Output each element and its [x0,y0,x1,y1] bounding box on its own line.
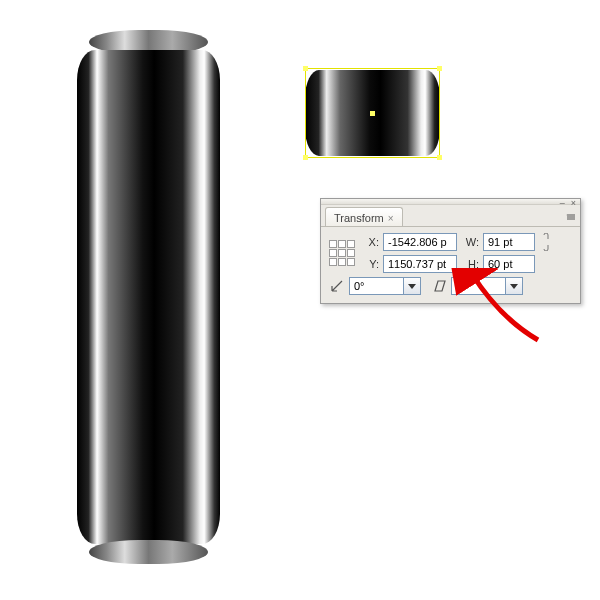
cylinder-cap-bottom [89,540,208,564]
y-label: Y: [361,258,379,270]
x-input[interactable]: -1542.806 p [383,233,457,251]
selection-handle-bottom-right[interactable] [437,155,442,160]
h-input[interactable]: 60 pt [483,255,535,273]
panel-flyout-menu-icon[interactable] [562,208,580,226]
tab-label: Transform [334,212,384,224]
tab-transform[interactable]: Transform × [325,207,403,226]
selection-center-point[interactable] [370,111,375,116]
reference-point-grid[interactable] [329,240,355,266]
selected-object[interactable] [305,68,440,158]
constrain-proportions-icon[interactable] [539,233,553,251]
shear-combo[interactable]: 0° [451,277,523,295]
rotate-dropdown-button[interactable] [403,277,421,295]
selection-handle-bottom-left[interactable] [303,155,308,160]
rotate-input[interactable]: 0° [349,277,403,295]
w-label: W: [461,236,479,248]
panel-titlebar[interactable]: – × [321,199,580,205]
selection-handle-top-right[interactable] [437,66,442,71]
shear-dropdown-button[interactable] [505,277,523,295]
cylinder-body [77,50,220,544]
rotate-combo[interactable]: 0° [349,277,421,295]
w-input[interactable]: 91 pt [483,233,535,251]
shear-icon [431,278,447,294]
tab-close-icon[interactable]: × [388,213,394,224]
cylinder-large [77,40,220,554]
shear-input[interactable]: 0° [451,277,505,295]
rotate-icon [329,278,345,294]
panel-collapse-icon[interactable]: – [560,198,565,208]
x-label: X: [361,236,379,248]
y-input[interactable]: 1150.737 pt [383,255,457,273]
transform-panel: – × Transform × X: -1542.806 p W: [320,198,581,304]
panel-body: X: -1542.806 p W: 91 pt Y: 1150.737 pt H… [321,227,580,303]
panel-close-icon[interactable]: × [571,198,576,208]
selection-handle-top-left[interactable] [303,66,308,71]
panel-tabbar: Transform × [321,205,580,227]
h-label: H: [461,258,479,270]
